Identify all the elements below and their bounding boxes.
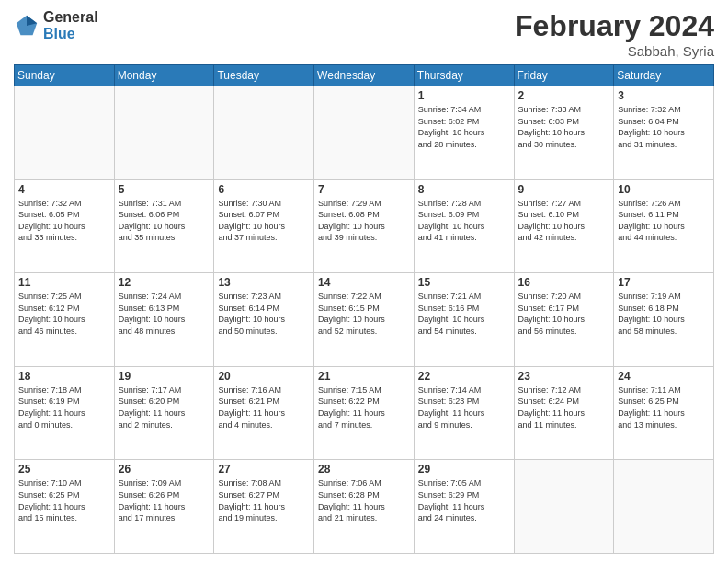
day-number: 11: [18, 276, 110, 289]
calendar-cell: 14Sunrise: 7:22 AMSunset: 6:15 PMDayligh…: [314, 273, 415, 367]
calendar-cell: 23Sunrise: 7:12 AMSunset: 6:24 PMDayligh…: [514, 366, 614, 460]
day-info: Sunrise: 7:11 AMSunset: 6:25 PMDaylight:…: [618, 385, 710, 431]
day-info: Sunrise: 7:30 AMSunset: 6:07 PMDaylight:…: [218, 198, 310, 244]
calendar: SundayMondayTuesdayWednesdayThursdayFrid…: [14, 64, 714, 554]
day-info: Sunrise: 7:08 AMSunset: 6:27 PMDaylight:…: [218, 477, 310, 523]
day-info: Sunrise: 7:14 AMSunset: 6:23 PMDaylight:…: [418, 385, 510, 431]
day-number: 12: [119, 276, 210, 289]
calendar-cell: 18Sunrise: 7:18 AMSunset: 6:19 PMDayligh…: [15, 366, 115, 460]
day-number: 17: [618, 276, 710, 289]
logo-general-text: General: [43, 9, 98, 26]
calendar-cell: 5Sunrise: 7:31 AMSunset: 6:06 PMDaylight…: [114, 179, 214, 273]
calendar-cell: 9Sunrise: 7:27 AMSunset: 6:10 PMDaylight…: [514, 179, 614, 273]
calendar-cell: 2Sunrise: 7:33 AMSunset: 6:03 PMDaylight…: [514, 86, 614, 180]
day-number: 27: [218, 463, 310, 476]
calendar-header-tuesday: Tuesday: [214, 65, 314, 86]
day-info: Sunrise: 7:26 AMSunset: 6:11 PMDaylight:…: [618, 198, 710, 244]
day-number: 26: [119, 463, 210, 476]
day-info: Sunrise: 7:20 AMSunset: 6:17 PMDaylight:…: [518, 291, 610, 337]
calendar-cell: 28Sunrise: 7:06 AMSunset: 6:28 PMDayligh…: [314, 460, 415, 554]
calendar-cell: [514, 460, 614, 554]
calendar-header-monday: Monday: [114, 65, 214, 86]
calendar-cell: 16Sunrise: 7:20 AMSunset: 6:17 PMDayligh…: [514, 273, 614, 367]
day-number: 19: [119, 370, 210, 383]
day-info: Sunrise: 7:23 AMSunset: 6:14 PMDaylight:…: [218, 291, 310, 337]
day-number: 21: [318, 370, 410, 383]
day-info: Sunrise: 7:32 AMSunset: 6:04 PMDaylight:…: [618, 104, 710, 150]
calendar-cell: 8Sunrise: 7:28 AMSunset: 6:09 PMDaylight…: [414, 179, 514, 273]
day-info: Sunrise: 7:10 AMSunset: 6:25 PMDaylight:…: [18, 477, 110, 523]
calendar-cell: 24Sunrise: 7:11 AMSunset: 6:25 PMDayligh…: [614, 366, 714, 460]
day-info: Sunrise: 7:27 AMSunset: 6:10 PMDaylight:…: [518, 198, 610, 244]
day-number: 15: [418, 276, 510, 289]
day-info: Sunrise: 7:18 AMSunset: 6:19 PMDaylight:…: [18, 385, 110, 431]
day-number: 24: [618, 370, 710, 383]
calendar-cell: 19Sunrise: 7:17 AMSunset: 6:20 PMDayligh…: [114, 366, 214, 460]
calendar-cell: 7Sunrise: 7:29 AMSunset: 6:08 PMDaylight…: [314, 179, 415, 273]
day-number: 4: [18, 183, 110, 196]
day-number: 1: [418, 89, 510, 102]
calendar-cell: [15, 86, 115, 180]
calendar-cell: 11Sunrise: 7:25 AMSunset: 6:12 PMDayligh…: [15, 273, 115, 367]
calendar-cell: 21Sunrise: 7:15 AMSunset: 6:22 PMDayligh…: [314, 366, 415, 460]
day-info: Sunrise: 7:29 AMSunset: 6:08 PMDaylight:…: [318, 198, 410, 244]
day-info: Sunrise: 7:17 AMSunset: 6:20 PMDaylight:…: [119, 385, 210, 431]
calendar-cell: [614, 460, 714, 554]
logo-icon: [14, 13, 40, 39]
calendar-cell: 22Sunrise: 7:14 AMSunset: 6:23 PMDayligh…: [414, 366, 514, 460]
day-number: 29: [418, 463, 510, 476]
day-number: 9: [518, 183, 610, 196]
page: General Blue February 2024 Sabbah, Syria…: [0, 0, 728, 563]
day-info: Sunrise: 7:34 AMSunset: 6:02 PMDaylight:…: [418, 104, 510, 150]
day-number: 5: [119, 183, 210, 196]
day-number: 28: [318, 463, 410, 476]
day-number: 20: [218, 370, 310, 383]
day-number: 22: [418, 370, 510, 383]
calendar-cell: 4Sunrise: 7:32 AMSunset: 6:05 PMDaylight…: [15, 179, 115, 273]
day-info: Sunrise: 7:05 AMSunset: 6:29 PMDaylight:…: [418, 477, 510, 523]
day-number: 3: [618, 89, 710, 102]
day-info: Sunrise: 7:31 AMSunset: 6:06 PMDaylight:…: [119, 198, 210, 244]
calendar-cell: 1Sunrise: 7:34 AMSunset: 6:02 PMDaylight…: [414, 86, 514, 180]
title-location: Sabbah, Syria: [515, 43, 714, 59]
day-info: Sunrise: 7:09 AMSunset: 6:26 PMDaylight:…: [119, 477, 210, 523]
day-number: 7: [318, 183, 410, 196]
calendar-cell: 29Sunrise: 7:05 AMSunset: 6:29 PMDayligh…: [414, 460, 514, 554]
calendar-cell: [314, 86, 415, 180]
day-number: 6: [218, 183, 310, 196]
day-number: 14: [318, 276, 410, 289]
day-info: Sunrise: 7:16 AMSunset: 6:21 PMDaylight:…: [218, 385, 310, 431]
calendar-cell: 12Sunrise: 7:24 AMSunset: 6:13 PMDayligh…: [114, 273, 214, 367]
day-info: Sunrise: 7:33 AMSunset: 6:03 PMDaylight:…: [518, 104, 610, 150]
logo-blue-text: Blue: [43, 26, 98, 42]
day-number: 23: [518, 370, 610, 383]
day-info: Sunrise: 7:28 AMSunset: 6:09 PMDaylight:…: [418, 198, 510, 244]
calendar-week-5: 25Sunrise: 7:10 AMSunset: 6:25 PMDayligh…: [15, 460, 714, 554]
day-number: 18: [18, 370, 110, 383]
calendar-header-saturday: Saturday: [614, 65, 714, 86]
calendar-cell: 25Sunrise: 7:10 AMSunset: 6:25 PMDayligh…: [15, 460, 115, 554]
calendar-cell: 10Sunrise: 7:26 AMSunset: 6:11 PMDayligh…: [614, 179, 714, 273]
day-number: 2: [518, 89, 610, 102]
calendar-cell: 20Sunrise: 7:16 AMSunset: 6:21 PMDayligh…: [214, 366, 314, 460]
calendar-week-1: 1Sunrise: 7:34 AMSunset: 6:02 PMDaylight…: [15, 86, 714, 180]
title-block: February 2024 Sabbah, Syria: [515, 9, 714, 59]
day-info: Sunrise: 7:25 AMSunset: 6:12 PMDaylight:…: [18, 291, 110, 337]
calendar-cell: 3Sunrise: 7:32 AMSunset: 6:04 PMDaylight…: [614, 86, 714, 180]
calendar-header-sunday: Sunday: [15, 65, 115, 86]
calendar-cell: 15Sunrise: 7:21 AMSunset: 6:16 PMDayligh…: [414, 273, 514, 367]
calendar-header-friday: Friday: [514, 65, 614, 86]
day-info: Sunrise: 7:06 AMSunset: 6:28 PMDaylight:…: [318, 477, 410, 523]
day-number: 13: [218, 276, 310, 289]
day-info: Sunrise: 7:24 AMSunset: 6:13 PMDaylight:…: [119, 291, 210, 337]
calendar-cell: 6Sunrise: 7:30 AMSunset: 6:07 PMDaylight…: [214, 179, 314, 273]
day-info: Sunrise: 7:32 AMSunset: 6:05 PMDaylight:…: [18, 198, 110, 244]
calendar-cell: [114, 86, 214, 180]
calendar-header-row: SundayMondayTuesdayWednesdayThursdayFrid…: [15, 65, 714, 86]
calendar-cell: 26Sunrise: 7:09 AMSunset: 6:26 PMDayligh…: [114, 460, 214, 554]
calendar-week-2: 4Sunrise: 7:32 AMSunset: 6:05 PMDaylight…: [15, 179, 714, 273]
day-info: Sunrise: 7:15 AMSunset: 6:22 PMDaylight:…: [318, 385, 410, 431]
calendar-cell: [214, 86, 314, 180]
calendar-week-4: 18Sunrise: 7:18 AMSunset: 6:19 PMDayligh…: [15, 366, 714, 460]
logo-text: General Blue: [43, 9, 98, 41]
